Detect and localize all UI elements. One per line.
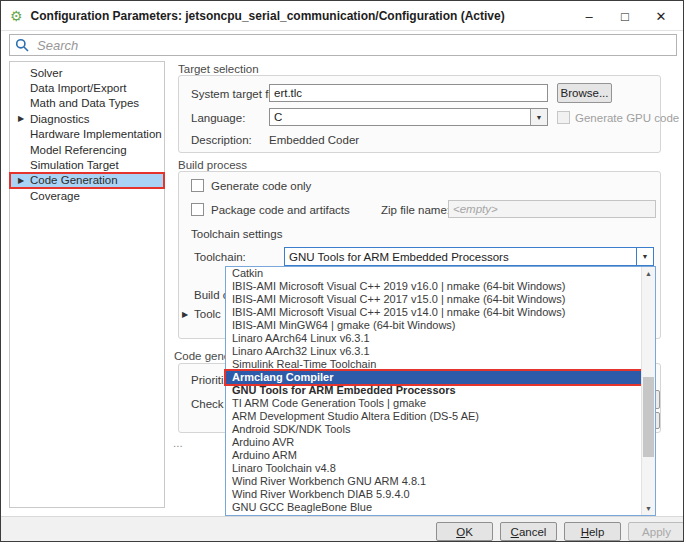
generate-gpu-code-checkbox[interactable]	[557, 111, 570, 124]
toolchain-option-current[interactable]: GNU Tools for ARM Embedded Processors	[226, 384, 641, 397]
toolchain-option[interactable]: IBIS-AMI Microsoft Visual C++ 2017 v15.0…	[226, 293, 641, 306]
sidebar-item-diagnostics[interactable]: ▶ Diagnostics	[10, 111, 164, 126]
toolchain-option[interactable]: IBIS-AMI Microsoft Visual C++ 2015 v14.0…	[226, 306, 641, 319]
toolchain-option[interactable]: Wind River Workbench DIAB 5.9.4.0	[226, 488, 641, 501]
chevron-down-icon[interactable]: ▼	[636, 248, 653, 265]
sidebar-item-coverage[interactable]: Coverage	[10, 188, 164, 203]
dialog-footer: OK Cancel Help Apply	[1, 516, 683, 542]
sidebar-item-math-and-data-types[interactable]: Math and Data Types	[10, 96, 164, 111]
category-tree: Solver Data Import/Export Math and Data …	[9, 61, 165, 508]
toolchain-option[interactable]: TI ARM Code Generation Tools | gmake	[226, 397, 641, 410]
toolchain-dropdown-list: Catkin IBIS-AMI Microsoft Visual C++ 201…	[225, 266, 656, 516]
toolchain-details-label: Toolc	[194, 308, 221, 320]
configuration-parameters-dialog: ⚙ Configuration Parameters: jetsoncpu_se…	[0, 0, 684, 542]
toolchain-option[interactable]: Wind River Workbench GNU ARM 4.8.1	[226, 475, 641, 488]
toolchain-settings-label: Toolchain settings	[191, 228, 282, 240]
toolchain-option[interactable]: Simulink Real-Time Toolchain	[226, 358, 641, 371]
simulink-settings-icon: ⚙	[10, 9, 23, 23]
sidebar-item-hardware-implementation[interactable]: Hardware Implementation	[10, 127, 164, 142]
toolchain-label: Toolchain:	[194, 251, 246, 263]
maximize-button[interactable]: □	[607, 1, 643, 31]
description-value: Embedded Coder	[269, 134, 359, 146]
chevron-down-icon[interactable]: ▼	[530, 109, 547, 125]
toolchain-option-armclang-highlighted[interactable]: Armclang Compiler	[226, 371, 641, 384]
sidebar-item-data-import-export[interactable]: Data Import/Export	[10, 80, 164, 95]
ellipsis-text: ...	[173, 437, 183, 449]
toolchain-option[interactable]: Android SDK/NDK Tools	[226, 423, 641, 436]
package-code-label: Package code and artifacts	[211, 204, 350, 216]
window-controls: – □ ✕	[571, 1, 679, 31]
cancel-button[interactable]: Cancel	[500, 522, 557, 541]
toolchain-option[interactable]: GNU GCC BeagleBone Blue	[226, 501, 641, 514]
build-process-section-title: Build process	[178, 159, 247, 171]
apply-button[interactable]: Apply	[628, 522, 684, 541]
toolchain-option[interactable]: Catkin	[226, 267, 641, 280]
description-label: Description:	[191, 134, 252, 146]
sidebar-item-model-referencing[interactable]: Model Referencing	[10, 142, 164, 157]
close-button[interactable]: ✕	[643, 1, 679, 31]
zip-file-name-input[interactable]	[448, 200, 656, 218]
language-label: Language:	[191, 112, 245, 124]
toolchain-option[interactable]: Linaro AArch64 Linux v6.3.1	[226, 332, 641, 345]
toolchain-details-arrow-icon[interactable]: ▶	[182, 310, 188, 319]
generate-gpu-code-label: Generate GPU code	[575, 112, 679, 124]
toolchain-combo[interactable]: GNU Tools for ARM Embedded Processors ▼	[284, 247, 654, 266]
toolchain-option[interactable]: Arduino ARM	[226, 449, 641, 462]
expand-arrow-icon[interactable]: ▶	[18, 114, 30, 123]
build-configuration-label: Build c	[194, 289, 229, 301]
toolchain-option[interactable]: Linaro Toolchain v4.8	[226, 462, 641, 475]
toolchain-option[interactable]: Arduino AVR	[226, 436, 641, 449]
generate-code-only-label: Generate code only	[211, 180, 311, 192]
sidebar-item-code-generation[interactable]: ▶ Code Generation	[10, 173, 164, 188]
sidebar-item-solver[interactable]: Solver	[10, 65, 164, 80]
expand-arrow-icon[interactable]: ▶	[18, 176, 30, 185]
search-icon	[15, 38, 29, 52]
window-title: Configuration Parameters: jetsoncpu_seri…	[31, 9, 505, 23]
target-selection-section-title: Target selection	[178, 63, 259, 75]
scroll-down-icon[interactable]: ▼	[642, 502, 655, 515]
help-button[interactable]: Help	[564, 522, 621, 541]
zip-file-name-label: Zip file name:	[381, 204, 450, 216]
scrollbar-thumb[interactable]	[643, 377, 654, 457]
minimize-button[interactable]: –	[571, 1, 607, 31]
sidebar-item-simulation-target[interactable]: Simulation Target	[10, 157, 164, 172]
scroll-up-icon[interactable]: ▲	[642, 267, 655, 280]
toolchain-option[interactable]: IBIS-AMI Microsoft Visual C++ 2019 v16.0…	[226, 280, 641, 293]
package-code-checkbox[interactable]	[191, 203, 204, 216]
toolchain-option[interactable]: IBIS-AMI MinGW64 | gmake (64-bit Windows…	[226, 319, 641, 332]
search-bar	[9, 34, 677, 56]
browse-button[interactable]: Browse...	[557, 83, 612, 103]
language-combo[interactable]: C ▼	[269, 108, 548, 126]
generate-code-only-checkbox[interactable]	[191, 179, 204, 192]
toolchain-option[interactable]: Linaro AArch32 Linux v6.3.1	[226, 345, 641, 358]
system-target-file-input[interactable]	[269, 84, 548, 102]
title-bar: ⚙ Configuration Parameters: jetsoncpu_se…	[1, 1, 683, 31]
toolchain-option[interactable]: ARM Development Studio Altera Edition (D…	[226, 410, 641, 423]
dropdown-scrollbar[interactable]: ▲ ▼	[641, 267, 655, 515]
search-input[interactable]	[35, 37, 676, 54]
ok-button[interactable]: OK	[436, 522, 493, 541]
